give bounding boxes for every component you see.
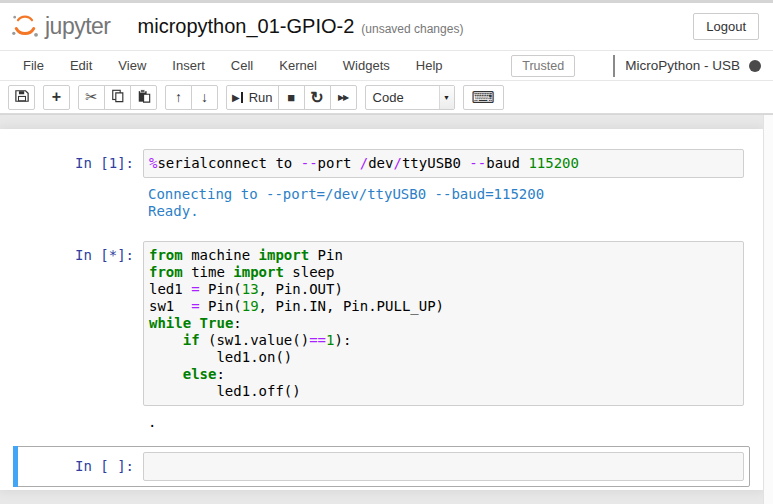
menu-edit[interactable]: Edit [57, 52, 105, 79]
code-line: from time import sleep [149, 264, 739, 281]
input-prompt[interactable]: In [*]: [19, 241, 143, 264]
code-line: if (sw1.value()==1): [149, 332, 739, 349]
cell-input-row: In [*]:from machine import Pinfrom time … [19, 241, 744, 406]
kernel-separator [613, 55, 615, 77]
code-line: from machine import Pin [149, 247, 739, 264]
cell-input-row: In [1]:%serialconnect to --port /dev/tty… [19, 149, 744, 178]
arrow-down-icon: ↓ [201, 89, 208, 105]
menu-cell[interactable]: Cell [218, 52, 266, 79]
code-text[interactable] [149, 458, 739, 475]
code-cell[interactable]: In [*]:from machine import Pinfrom time … [13, 235, 750, 446]
stop-icon: ■ [287, 90, 295, 105]
code-line: %serialconnect to --port /dev/ttyUSB0 --… [149, 155, 739, 172]
floppy-save-icon [15, 89, 29, 106]
kernel-busy-indicator-icon [749, 60, 761, 72]
menubar-right: Trusted MicroPython - USB [511, 55, 761, 77]
notebook-title[interactable]: micropython_01-GPIO-2 [138, 15, 355, 38]
notebook-container: In [1]:%serialconnect to --port /dev/tty… [0, 129, 763, 490]
code-editor[interactable]: from machine import Pinfrom time import … [143, 241, 744, 406]
step-forward-run-icon: ▶ [232, 92, 240, 103]
menu-file[interactable]: File [10, 52, 57, 79]
move-cell-down-button[interactable]: ↓ [191, 85, 218, 110]
cell-input-row: In [ ]: [19, 452, 744, 481]
kernel-name: MicroPython - USB [625, 58, 740, 73]
arrow-up-icon: ↑ [175, 89, 182, 105]
menu-insert[interactable]: Insert [159, 52, 218, 79]
code-line: while True: [149, 315, 739, 332]
move-cell-up-button[interactable]: ↑ [165, 85, 192, 110]
jupyter-logo-text: jupyter [45, 13, 111, 40]
menu-help[interactable]: Help [403, 52, 456, 79]
output-line: Ready. [148, 203, 744, 220]
code-editor[interactable] [143, 452, 744, 481]
code-line: led1.on() [149, 349, 739, 366]
code-text[interactable]: %serialconnect to --port /dev/ttyUSB0 --… [149, 155, 739, 172]
code-editor[interactable]: %serialconnect to --port /dev/ttyUSB0 --… [143, 149, 744, 178]
toolbar: + ✂ ↑ [0, 81, 773, 114]
paste-cells-button[interactable] [130, 85, 157, 110]
logout-button[interactable]: Logout [693, 13, 759, 40]
code-cell[interactable]: In [1]:%serialconnect to --port /dev/tty… [13, 143, 750, 235]
plus-icon: + [52, 88, 61, 106]
save-button[interactable] [8, 85, 35, 110]
scrollbar[interactable] [763, 115, 773, 504]
copy-icon [111, 89, 125, 106]
input-prompt[interactable]: In [ ]: [19, 452, 143, 475]
restart-run-all-button[interactable]: ▶▶ [330, 85, 357, 110]
run-button-label: Run [249, 90, 273, 105]
jupyter-logo[interactable]: jupyter [10, 11, 111, 43]
command-palette-button[interactable]: ⌨ [463, 85, 504, 110]
copy-cells-button[interactable] [104, 85, 131, 110]
code-line: led1 = Pin(13, Pin.OUT) [149, 281, 739, 298]
input-prompt[interactable]: In [1]: [19, 149, 143, 172]
menu-kernel[interactable]: Kernel [266, 52, 330, 79]
dropdown-arrow-zone: ▼ [439, 86, 454, 109]
scissors-cut-icon: ✂ [85, 88, 98, 106]
insert-cell-below-button[interactable]: + [43, 85, 70, 110]
title-area: micropython_01-GPIO-2 (unsaved changes) [138, 15, 464, 38]
refresh-restart-icon: ↻ [310, 88, 323, 107]
step-forward-bar-icon [241, 92, 243, 103]
fast-forward-icon: ▶▶ [338, 93, 348, 102]
code-line: else: [149, 366, 739, 383]
cut-cells-button[interactable]: ✂ [78, 85, 105, 110]
save-status: (unsaved changes) [361, 22, 463, 36]
jupyter-logo-icon [10, 11, 40, 43]
menubar: File Edit View Insert Cell Kernel Widget… [0, 50, 773, 81]
code-text[interactable]: from machine import Pinfrom time import … [149, 247, 739, 400]
code-cell[interactable]: In [ ]: [13, 446, 750, 487]
cell-type-value: Code [366, 90, 439, 105]
cell-type-dropdown[interactable]: Code ▼ [365, 85, 455, 110]
cell-output-area: Connecting to --port=/dev/ttyUSB0 --baud… [19, 178, 744, 229]
keyboard-icon: ⌨ [472, 88, 495, 107]
output-prompt [19, 186, 143, 220]
trusted-badge[interactable]: Trusted [511, 55, 575, 77]
code-line [149, 458, 739, 475]
chevron-down-icon: ▼ [443, 94, 450, 101]
cell-output: Connecting to --port=/dev/ttyUSB0 --baud… [143, 186, 744, 220]
code-line: sw1 = Pin(19, Pin.IN, Pin.PULL_UP) [149, 298, 739, 315]
restart-kernel-button[interactable]: ↻ [304, 85, 331, 110]
notebook-site: In [1]:%serialconnect to --port /dev/tty… [0, 114, 773, 504]
interrupt-kernel-button[interactable]: ■ [278, 85, 305, 110]
output-line: . [148, 414, 744, 431]
code-line: led1.off() [149, 383, 739, 400]
output-line: Connecting to --port=/dev/ttyUSB0 --baud… [148, 186, 744, 203]
cell-output: . [143, 414, 744, 431]
notebook-header: jupyter micropython_01-GPIO-2 (unsaved c… [0, 3, 773, 50]
paste-clipboard-icon [137, 89, 151, 106]
run-cell-button[interactable]: ▶ Run [226, 85, 279, 110]
menu-widgets[interactable]: Widgets [330, 52, 403, 79]
menu-view[interactable]: View [105, 52, 159, 79]
output-prompt [19, 414, 143, 431]
cell-output-area: . [19, 406, 744, 440]
